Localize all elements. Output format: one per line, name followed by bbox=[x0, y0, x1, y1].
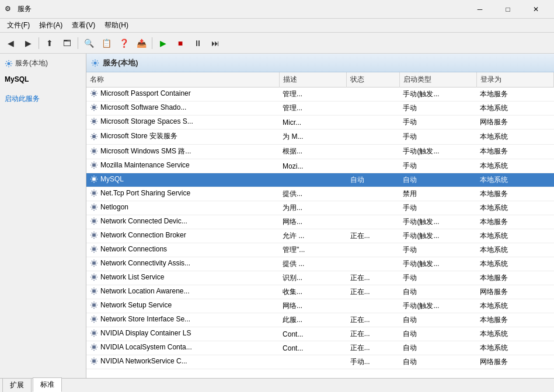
toolbar-export[interactable]: 📤 bbox=[133, 35, 149, 51]
app-icon: ⚙ bbox=[5, 5, 14, 14]
toolbar-properties[interactable]: 📋 bbox=[98, 35, 114, 51]
close-button[interactable]: ✕ bbox=[522, 0, 549, 19]
service-status-cell: 正在... bbox=[347, 327, 400, 341]
menu-view[interactable]: 查看(V) bbox=[67, 19, 100, 32]
bottom-tabs: 扩展 标准 bbox=[0, 378, 554, 392]
service-status-cell: 正在... bbox=[347, 313, 400, 327]
table-row[interactable]: Microsoft Passport Container管理...手动(触发..… bbox=[86, 88, 554, 102]
service-startup-cell: 手动 bbox=[399, 102, 476, 116]
service-startup-cell: 禁用 bbox=[399, 187, 476, 201]
tab-standard[interactable]: 标准 bbox=[33, 377, 62, 392]
service-name-cell: Microsoft Software Shado... bbox=[86, 102, 279, 116]
service-login-cell: 本地系统 bbox=[476, 243, 553, 257]
service-status-cell bbox=[347, 130, 400, 145]
table-row[interactable]: NVIDIA NetworkService C...手动...自动网络服务 bbox=[86, 355, 554, 369]
table-row[interactable]: MySQL自动自动本地系统 bbox=[86, 173, 554, 187]
service-name-cell: Network Location Awarene... bbox=[86, 285, 279, 299]
service-status-cell bbox=[347, 215, 400, 229]
service-status-cell: 正在... bbox=[347, 285, 400, 299]
service-status-cell bbox=[347, 102, 400, 116]
table-row[interactable]: Network Store Interface Se...此服...正在...自… bbox=[86, 313, 554, 327]
service-status-cell bbox=[347, 187, 400, 201]
col-header-status[interactable]: 状态 bbox=[347, 72, 400, 88]
toolbar-back[interactable]: ◀ bbox=[2, 35, 19, 51]
service-startup-cell: 自动 bbox=[399, 173, 476, 187]
service-login-cell: 本地系统 bbox=[476, 327, 553, 341]
service-startup-cell: 手动(触发... bbox=[399, 215, 476, 229]
service-desc-cell bbox=[279, 173, 347, 187]
svg-point-18 bbox=[92, 317, 96, 321]
maximize-button[interactable]: □ bbox=[494, 0, 521, 19]
service-name-cell: Network Connectivity Assis... bbox=[86, 257, 279, 271]
table-row[interactable]: NVIDIA LocalSystem Conta...Cont...正在...自… bbox=[86, 341, 554, 355]
service-startup-cell: 手动 bbox=[399, 130, 476, 145]
service-name-cell: NVIDIA Display Container LS bbox=[86, 327, 279, 341]
selected-service-name: MySQL bbox=[2, 71, 83, 86]
col-header-desc[interactable]: 描述 bbox=[279, 72, 347, 88]
service-name-cell: MySQL bbox=[86, 173, 279, 187]
toolbar-play[interactable]: ▶ bbox=[155, 35, 171, 51]
service-startup-cell: 自动 bbox=[399, 355, 476, 369]
col-header-login[interactable]: 登录为 bbox=[476, 72, 553, 88]
service-startup-cell: 自动 bbox=[399, 341, 476, 355]
service-startup-cell: 手动(触发... bbox=[399, 299, 476, 313]
table-row[interactable]: Mozilla Maintenance ServiceMozi...手动本地系统 bbox=[86, 159, 554, 173]
service-name-cell: Microsoft Storage Spaces S... bbox=[86, 116, 279, 130]
minimize-button[interactable]: ─ bbox=[466, 0, 493, 19]
toolbar-restart[interactable]: ⏭ bbox=[207, 35, 224, 51]
start-service-link[interactable]: 启动此服务 bbox=[2, 93, 42, 104]
svg-point-20 bbox=[92, 345, 96, 349]
toolbar-search[interactable]: 🔍 bbox=[81, 35, 97, 51]
service-status-cell: 正在... bbox=[347, 271, 400, 285]
service-startup-cell: 手动 bbox=[399, 243, 476, 257]
service-name-cell: Network Connection Broker bbox=[86, 229, 279, 243]
window-title: 服务 bbox=[18, 4, 466, 14]
service-status-cell: 正在... bbox=[347, 341, 400, 355]
table-row[interactable]: Microsoft Windows SMS 路...根据...手动(触发...本… bbox=[86, 144, 554, 159]
service-name-cell: Network Setup Service bbox=[86, 299, 279, 313]
service-status-cell bbox=[347, 201, 400, 215]
svg-point-11 bbox=[92, 219, 96, 223]
svg-point-16 bbox=[92, 289, 96, 293]
svg-point-12 bbox=[92, 233, 96, 237]
table-row[interactable]: Microsoft Store 安装服务为 M...手动本地系统 bbox=[86, 130, 554, 145]
toolbar-show-hide[interactable]: 🗔 bbox=[59, 35, 75, 51]
service-desc-cell: 为用... bbox=[279, 201, 347, 215]
col-header-name[interactable]: 名称 bbox=[86, 72, 279, 88]
toolbar-help[interactable]: ❓ bbox=[116, 35, 132, 51]
service-desc-cell: Mozi... bbox=[279, 159, 347, 173]
table-row[interactable]: Network Connected Devic...网络...手动(触发...本… bbox=[86, 215, 554, 229]
table-row[interactable]: Network Location Awarene...收集...正在...自动网… bbox=[86, 285, 554, 299]
service-name-cell: Network Connected Devic... bbox=[86, 215, 279, 229]
menu-action[interactable]: 操作(A) bbox=[34, 19, 67, 32]
menu-help[interactable]: 帮助(H) bbox=[100, 19, 133, 32]
menu-file[interactable]: 文件(F) bbox=[2, 19, 34, 32]
table-row[interactable]: Network Connectivity Assis...提供 ...手动(触发… bbox=[86, 257, 554, 271]
service-status-cell bbox=[347, 243, 400, 257]
service-name-cell: Microsoft Passport Container bbox=[86, 88, 279, 102]
table-row[interactable]: Netlogon为用...手动本地系统 bbox=[86, 201, 554, 215]
table-row[interactable]: Net.Tcp Port Sharing Service提供...禁用本地服务 bbox=[86, 187, 554, 201]
col-header-startup[interactable]: 启动类型 bbox=[399, 72, 476, 88]
toolbar-forward[interactable]: ▶ bbox=[20, 35, 36, 51]
table-row[interactable]: Microsoft Software Shado...管理...手动本地系统 bbox=[86, 102, 554, 116]
service-desc-cell: Cont... bbox=[279, 341, 347, 355]
toolbar-pause[interactable]: ⏸ bbox=[190, 35, 206, 51]
tab-expand[interactable]: 扩展 bbox=[2, 378, 32, 392]
table-row[interactable]: Network Setup Service网络...手动(触发...本地系统 bbox=[86, 299, 554, 313]
svg-point-15 bbox=[92, 275, 96, 279]
table-row[interactable]: Network List Service识别...正在...手动本地服务 bbox=[86, 271, 554, 285]
right-panel: 服务(本地) 名称 描述 状态 启动类型 登录为 Microsoft Passp… bbox=[86, 54, 554, 378]
toolbar-stop[interactable]: ■ bbox=[172, 35, 189, 51]
table-row[interactable]: Microsoft Storage Spaces S...Micr...手动网络… bbox=[86, 116, 554, 130]
service-login-cell: 本地系统 bbox=[476, 159, 553, 173]
services-table[interactable]: 名称 描述 状态 启动类型 登录为 Microsoft Passport Con… bbox=[86, 72, 554, 378]
svg-point-3 bbox=[92, 106, 96, 109]
svg-point-2 bbox=[92, 92, 96, 95]
table-row[interactable]: NVIDIA Display Container LSCont...正在...自… bbox=[86, 327, 554, 341]
toolbar-sep-3 bbox=[152, 37, 152, 49]
service-startup-cell: 手动(触发... bbox=[399, 144, 476, 159]
table-row[interactable]: Network Connections管理"...手动本地系统 bbox=[86, 243, 554, 257]
table-row[interactable]: Network Connection Broker允许 ...正在...手动(触… bbox=[86, 229, 554, 243]
toolbar-up[interactable]: ⬆ bbox=[41, 35, 58, 51]
